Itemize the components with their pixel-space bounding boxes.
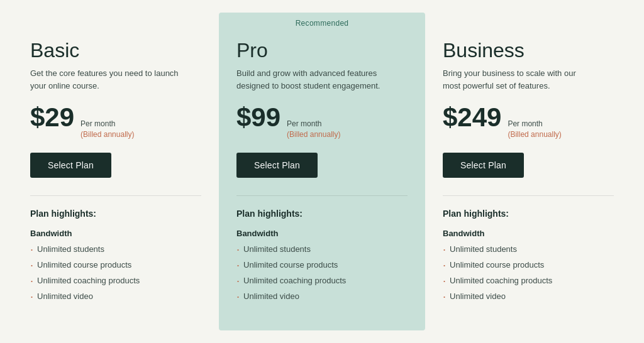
plan-card-business: BusinessBring your business to scale wit… — [425, 13, 631, 330]
feature-item: Unlimited coaching products — [30, 276, 201, 286]
price-amount-basic: $29 — [30, 104, 74, 131]
highlights-label-business: Plan highlights: — [443, 209, 614, 219]
plan-name-business: Business — [443, 39, 614, 62]
divider-basic — [30, 195, 201, 196]
pricing-container: BasicGet the core features you need to l… — [13, 13, 631, 330]
price-row-business: $249 Per month(Billed annually) — [443, 104, 614, 140]
recommended-badge: Recommended — [219, 19, 425, 28]
highlights-label-pro: Plan highlights: — [236, 209, 408, 219]
feature-item: Unlimited course products — [236, 260, 408, 271]
price-row-pro: $99 Per month(Billed annually) — [236, 104, 408, 140]
plan-name-pro: Pro — [236, 39, 408, 62]
feature-item: Unlimited video — [236, 291, 408, 302]
plan-description-pro: Build and grow with advanced features de… — [236, 67, 387, 92]
select-plan-button-business[interactable]: Select Plan — [443, 153, 524, 178]
price-amount-pro: $99 — [236, 104, 280, 131]
feature-section-title-basic-0: Bandwidth — [30, 229, 201, 238]
highlights-label-basic: Plan highlights: — [30, 209, 201, 219]
select-plan-button-basic[interactable]: Select Plan — [30, 153, 111, 178]
feature-item: Unlimited video — [443, 291, 614, 302]
plan-name-basic: Basic — [30, 39, 201, 62]
price-amount-business: $249 — [443, 104, 501, 131]
feature-item: Unlimited students — [236, 244, 408, 255]
price-row-basic: $29 Per month(Billed annually) — [30, 104, 201, 140]
feature-item: Unlimited coaching products — [236, 276, 408, 286]
feature-item: Unlimited students — [443, 244, 614, 255]
select-plan-button-pro[interactable]: Select Plan — [236, 153, 318, 178]
price-billed-business: (Billed annually) — [508, 130, 561, 139]
plan-description-business: Bring your business to scale with our mo… — [443, 67, 594, 92]
plan-card-pro: RecommendedProBuild and grow with advanc… — [219, 13, 425, 330]
price-period-basic: Per month(Billed annually) — [80, 119, 134, 140]
price-period-business: Per month(Billed annually) — [508, 119, 561, 140]
feature-item: Unlimited course products — [443, 260, 614, 271]
price-billed-basic: (Billed annually) — [80, 130, 134, 139]
plan-card-basic: BasicGet the core features you need to l… — [13, 13, 219, 330]
feature-item: Unlimited course products — [30, 260, 201, 271]
price-billed-pro: (Billed annually) — [287, 130, 340, 139]
divider-business — [443, 195, 614, 196]
price-period-pro: Per month(Billed annually) — [287, 119, 340, 140]
feature-list-business-0: Unlimited studentsUnlimited course produ… — [443, 244, 614, 307]
feature-item: Unlimited video — [30, 291, 201, 302]
plan-description-basic: Get the core features you need to launch… — [30, 67, 181, 92]
feature-item: Unlimited coaching products — [443, 276, 614, 286]
feature-list-basic-0: Unlimited studentsUnlimited course produ… — [30, 244, 201, 307]
feature-section-title-business-0: Bandwidth — [443, 229, 614, 238]
divider-pro — [236, 195, 408, 196]
feature-section-title-pro-0: Bandwidth — [236, 229, 408, 238]
feature-item: Unlimited students — [30, 244, 201, 255]
feature-list-pro-0: Unlimited studentsUnlimited course produ… — [236, 244, 408, 307]
